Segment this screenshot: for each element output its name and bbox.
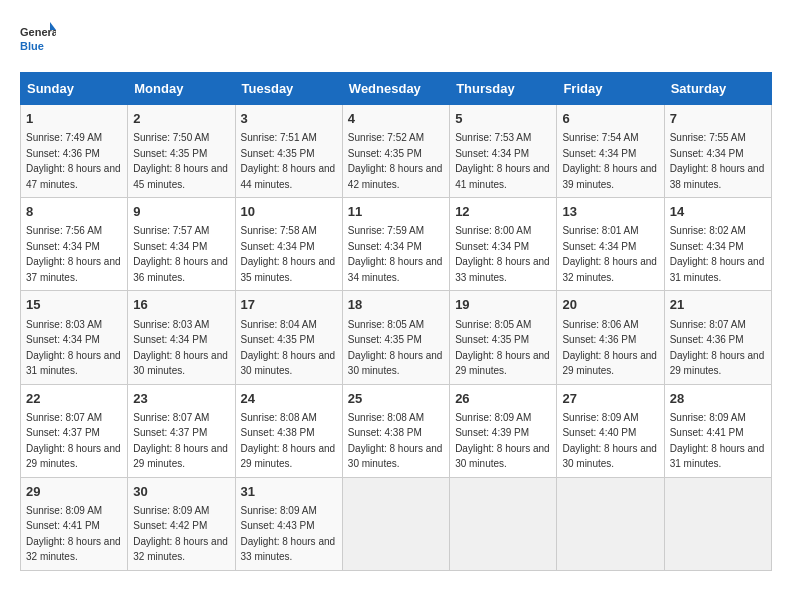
day-number: 20: [562, 296, 658, 314]
calendar-cell: 16 Sunrise: 8:03 AMSunset: 4:34 PMDaylig…: [128, 291, 235, 384]
day-info: Sunrise: 8:05 AMSunset: 4:35 PMDaylight:…: [348, 319, 443, 377]
calendar-cell: 18 Sunrise: 8:05 AMSunset: 4:35 PMDaylig…: [342, 291, 449, 384]
calendar-cell: 4 Sunrise: 7:52 AMSunset: 4:35 PMDayligh…: [342, 105, 449, 198]
calendar-week-row: 29 Sunrise: 8:09 AMSunset: 4:41 PMDaylig…: [21, 477, 772, 570]
calendar-cell: 26 Sunrise: 8:09 AMSunset: 4:39 PMDaylig…: [450, 384, 557, 477]
calendar-week-row: 22 Sunrise: 8:07 AMSunset: 4:37 PMDaylig…: [21, 384, 772, 477]
calendar-cell: 13 Sunrise: 8:01 AMSunset: 4:34 PMDaylig…: [557, 198, 664, 291]
day-info: Sunrise: 8:07 AMSunset: 4:37 PMDaylight:…: [26, 412, 121, 470]
day-info: Sunrise: 8:04 AMSunset: 4:35 PMDaylight:…: [241, 319, 336, 377]
calendar-cell: 3 Sunrise: 7:51 AMSunset: 4:35 PMDayligh…: [235, 105, 342, 198]
day-number: 5: [455, 110, 551, 128]
day-number: 27: [562, 390, 658, 408]
day-info: Sunrise: 7:57 AMSunset: 4:34 PMDaylight:…: [133, 225, 228, 283]
calendar-cell: 24 Sunrise: 8:08 AMSunset: 4:38 PMDaylig…: [235, 384, 342, 477]
logo-container: General Blue: [20, 20, 56, 56]
day-number: 8: [26, 203, 122, 221]
day-info: Sunrise: 8:03 AMSunset: 4:34 PMDaylight:…: [133, 319, 228, 377]
calendar-cell: 9 Sunrise: 7:57 AMSunset: 4:34 PMDayligh…: [128, 198, 235, 291]
day-info: Sunrise: 8:09 AMSunset: 4:43 PMDaylight:…: [241, 505, 336, 563]
day-number: 11: [348, 203, 444, 221]
calendar-cell: 11 Sunrise: 7:59 AMSunset: 4:34 PMDaylig…: [342, 198, 449, 291]
day-info: Sunrise: 8:09 AMSunset: 4:40 PMDaylight:…: [562, 412, 657, 470]
calendar-cell: 29 Sunrise: 8:09 AMSunset: 4:41 PMDaylig…: [21, 477, 128, 570]
day-number: 28: [670, 390, 766, 408]
day-number: 14: [670, 203, 766, 221]
calendar-cell: 28 Sunrise: 8:09 AMSunset: 4:41 PMDaylig…: [664, 384, 771, 477]
day-number: 10: [241, 203, 337, 221]
day-info: Sunrise: 7:55 AMSunset: 4:34 PMDaylight:…: [670, 132, 765, 190]
day-info: Sunrise: 8:08 AMSunset: 4:38 PMDaylight:…: [348, 412, 443, 470]
day-info: Sunrise: 7:53 AMSunset: 4:34 PMDaylight:…: [455, 132, 550, 190]
day-info: Sunrise: 7:51 AMSunset: 4:35 PMDaylight:…: [241, 132, 336, 190]
column-header-wednesday: Wednesday: [342, 73, 449, 105]
day-info: Sunrise: 7:59 AMSunset: 4:34 PMDaylight:…: [348, 225, 443, 283]
day-number: 3: [241, 110, 337, 128]
calendar-cell: 6 Sunrise: 7:54 AMSunset: 4:34 PMDayligh…: [557, 105, 664, 198]
calendar-cell: [557, 477, 664, 570]
calendar-cell: [342, 477, 449, 570]
column-header-sunday: Sunday: [21, 73, 128, 105]
day-number: 17: [241, 296, 337, 314]
day-info: Sunrise: 7:58 AMSunset: 4:34 PMDaylight:…: [241, 225, 336, 283]
calendar-cell: [450, 477, 557, 570]
day-info: Sunrise: 8:06 AMSunset: 4:36 PMDaylight:…: [562, 319, 657, 377]
day-number: 25: [348, 390, 444, 408]
day-number: 9: [133, 203, 229, 221]
calendar-cell: 1 Sunrise: 7:49 AMSunset: 4:36 PMDayligh…: [21, 105, 128, 198]
day-info: Sunrise: 8:09 AMSunset: 4:39 PMDaylight:…: [455, 412, 550, 470]
day-info: Sunrise: 8:07 AMSunset: 4:37 PMDaylight:…: [133, 412, 228, 470]
day-info: Sunrise: 8:05 AMSunset: 4:35 PMDaylight:…: [455, 319, 550, 377]
logo-bird-icon: General Blue: [20, 20, 56, 56]
calendar-cell: 5 Sunrise: 7:53 AMSunset: 4:34 PMDayligh…: [450, 105, 557, 198]
calendar-cell: 30 Sunrise: 8:09 AMSunset: 4:42 PMDaylig…: [128, 477, 235, 570]
day-info: Sunrise: 7:50 AMSunset: 4:35 PMDaylight:…: [133, 132, 228, 190]
calendar-cell: 7 Sunrise: 7:55 AMSunset: 4:34 PMDayligh…: [664, 105, 771, 198]
calendar-cell: 8 Sunrise: 7:56 AMSunset: 4:34 PMDayligh…: [21, 198, 128, 291]
calendar-cell: 12 Sunrise: 8:00 AMSunset: 4:34 PMDaylig…: [450, 198, 557, 291]
day-info: Sunrise: 8:03 AMSunset: 4:34 PMDaylight:…: [26, 319, 121, 377]
calendar-cell: 17 Sunrise: 8:04 AMSunset: 4:35 PMDaylig…: [235, 291, 342, 384]
day-info: Sunrise: 8:09 AMSunset: 4:42 PMDaylight:…: [133, 505, 228, 563]
day-number: 6: [562, 110, 658, 128]
day-number: 24: [241, 390, 337, 408]
day-number: 31: [241, 483, 337, 501]
column-header-tuesday: Tuesday: [235, 73, 342, 105]
day-info: Sunrise: 7:56 AMSunset: 4:34 PMDaylight:…: [26, 225, 121, 283]
calendar-cell: 31 Sunrise: 8:09 AMSunset: 4:43 PMDaylig…: [235, 477, 342, 570]
column-header-monday: Monday: [128, 73, 235, 105]
calendar-cell: 19 Sunrise: 8:05 AMSunset: 4:35 PMDaylig…: [450, 291, 557, 384]
column-header-thursday: Thursday: [450, 73, 557, 105]
day-info: Sunrise: 8:08 AMSunset: 4:38 PMDaylight:…: [241, 412, 336, 470]
calendar-week-row: 15 Sunrise: 8:03 AMSunset: 4:34 PMDaylig…: [21, 291, 772, 384]
calendar-cell: [664, 477, 771, 570]
day-number: 2: [133, 110, 229, 128]
day-info: Sunrise: 7:54 AMSunset: 4:34 PMDaylight:…: [562, 132, 657, 190]
day-number: 16: [133, 296, 229, 314]
day-number: 13: [562, 203, 658, 221]
calendar-cell: 25 Sunrise: 8:08 AMSunset: 4:38 PMDaylig…: [342, 384, 449, 477]
calendar-cell: 2 Sunrise: 7:50 AMSunset: 4:35 PMDayligh…: [128, 105, 235, 198]
day-number: 26: [455, 390, 551, 408]
day-number: 15: [26, 296, 122, 314]
day-info: Sunrise: 8:02 AMSunset: 4:34 PMDaylight:…: [670, 225, 765, 283]
day-info: Sunrise: 7:49 AMSunset: 4:36 PMDaylight:…: [26, 132, 121, 190]
day-number: 23: [133, 390, 229, 408]
logo: General Blue: [20, 20, 56, 56]
column-header-friday: Friday: [557, 73, 664, 105]
calendar-week-row: 1 Sunrise: 7:49 AMSunset: 4:36 PMDayligh…: [21, 105, 772, 198]
day-info: Sunrise: 8:09 AMSunset: 4:41 PMDaylight:…: [26, 505, 121, 563]
calendar-cell: 20 Sunrise: 8:06 AMSunset: 4:36 PMDaylig…: [557, 291, 664, 384]
calendar-cell: 15 Sunrise: 8:03 AMSunset: 4:34 PMDaylig…: [21, 291, 128, 384]
calendar-header-row: SundayMondayTuesdayWednesdayThursdayFrid…: [21, 73, 772, 105]
day-number: 4: [348, 110, 444, 128]
day-number: 19: [455, 296, 551, 314]
calendar-cell: 23 Sunrise: 8:07 AMSunset: 4:37 PMDaylig…: [128, 384, 235, 477]
day-number: 18: [348, 296, 444, 314]
calendar-cell: 21 Sunrise: 8:07 AMSunset: 4:36 PMDaylig…: [664, 291, 771, 384]
day-info: Sunrise: 8:00 AMSunset: 4:34 PMDaylight:…: [455, 225, 550, 283]
calendar-cell: 27 Sunrise: 8:09 AMSunset: 4:40 PMDaylig…: [557, 384, 664, 477]
svg-text:Blue: Blue: [20, 40, 44, 52]
day-info: Sunrise: 7:52 AMSunset: 4:35 PMDaylight:…: [348, 132, 443, 190]
day-number: 21: [670, 296, 766, 314]
